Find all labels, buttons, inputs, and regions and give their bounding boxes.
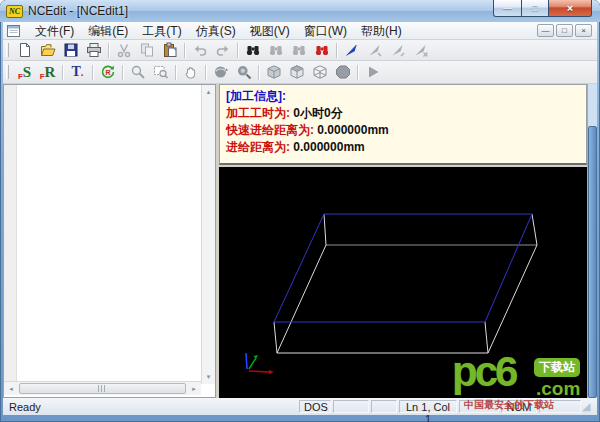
find-in-files-icon bbox=[314, 42, 330, 58]
zoom-window-button[interactable] bbox=[149, 63, 172, 82]
minimize-button[interactable]: — bbox=[493, 0, 522, 17]
status-pane bbox=[371, 400, 397, 413]
mdi-minimize-button[interactable]: — bbox=[537, 24, 554, 37]
view-iso-3-button[interactable] bbox=[308, 63, 331, 82]
menu-tools[interactable]: 工具(T) bbox=[135, 23, 188, 39]
info-value: 0.000000mm bbox=[293, 140, 364, 154]
scrollbar-thumb[interactable] bbox=[588, 126, 597, 398]
minimize-icon: — bbox=[503, 3, 512, 13]
editor-pane: ▴ ▾ ◂ ▸ bbox=[3, 84, 216, 398]
simulate-run-button[interactable] bbox=[361, 63, 384, 82]
view-iso-1-button[interactable] bbox=[262, 63, 285, 82]
simulation-pane: [加工信息]: 加工工时为: 0小时0分 快速进给距离为: 0.000000mm… bbox=[219, 84, 597, 398]
rotate-view-button[interactable] bbox=[209, 63, 232, 82]
view-iso-2-button[interactable] bbox=[285, 63, 308, 82]
scroll-right-icon[interactable]: ▸ bbox=[187, 382, 201, 396]
copy-button[interactable] bbox=[135, 41, 158, 60]
zoom-window-icon bbox=[153, 64, 169, 80]
close-button[interactable]: × bbox=[549, 0, 592, 17]
scrollbar-thumb[interactable] bbox=[19, 383, 186, 394]
menu-help[interactable]: 帮助(H) bbox=[354, 23, 409, 39]
find-button[interactable] bbox=[241, 41, 264, 60]
maximize-button[interactable]: □ bbox=[522, 0, 549, 17]
app-icon: NC bbox=[6, 5, 23, 18]
find-previous-button[interactable] bbox=[287, 41, 310, 60]
menu-simulate[interactable]: 仿真(S) bbox=[189, 23, 243, 39]
toolbar-grip[interactable] bbox=[6, 43, 9, 57]
editor-horizontal-scrollbar[interactable]: ◂ ▸ bbox=[4, 381, 201, 395]
separator bbox=[357, 65, 358, 80]
bookmark-previous-button[interactable] bbox=[386, 41, 409, 60]
separator bbox=[108, 43, 109, 58]
bookmark-next-button[interactable] bbox=[363, 41, 386, 60]
zoom-view-icon bbox=[236, 64, 252, 80]
mdi-close-button[interactable]: × bbox=[575, 24, 592, 37]
feed-speed-button[interactable]: FS bbox=[13, 63, 36, 82]
editor-vertical-scrollbar[interactable]: ▴ ▾ bbox=[201, 85, 215, 384]
print-icon bbox=[86, 42, 102, 58]
rotate-view-icon bbox=[213, 64, 229, 80]
separator bbox=[258, 65, 259, 80]
status-message: Ready bbox=[5, 401, 298, 413]
code-edit-area[interactable] bbox=[18, 85, 201, 382]
status-pane bbox=[539, 400, 581, 413]
info-label: 加工工时为: bbox=[226, 106, 290, 120]
info-title: [加工信息]: bbox=[226, 89, 286, 103]
paste-icon bbox=[162, 42, 178, 58]
new-file-button[interactable] bbox=[13, 41, 36, 60]
tool-setting-button[interactable]: T. bbox=[66, 63, 89, 82]
bookmark-clear-button[interactable] bbox=[409, 41, 432, 60]
simulation-vertical-scrollbar[interactable] bbox=[587, 84, 597, 398]
menu-file[interactable]: 文件(F) bbox=[28, 23, 81, 39]
regenerate-icon: R bbox=[100, 64, 116, 80]
bookmark-clear-icon bbox=[413, 42, 429, 58]
scroll-up-icon[interactable]: ▴ bbox=[202, 85, 215, 99]
info-value: 0.000000mm bbox=[317, 123, 388, 137]
status-pane bbox=[459, 400, 499, 413]
info-label: 进给距离为: bbox=[226, 140, 290, 154]
regenerate-button[interactable]: R bbox=[96, 63, 119, 82]
machining-info-panel: [加工信息]: 加工工时为: 0小时0分 快速进给距离为: 0.000000mm… bbox=[219, 84, 587, 165]
window-title: NCEdit - [NCEdit1] bbox=[28, 4, 128, 18]
menu-bar: 文件(F) 编辑(E) 工具(T) 仿真(S) 视图(V) 窗口(W) 帮助(H… bbox=[3, 22, 597, 40]
toolbar-grip[interactable] bbox=[6, 65, 9, 79]
menu-window[interactable]: 窗口(W) bbox=[297, 23, 354, 39]
find-next-button[interactable] bbox=[264, 41, 287, 60]
new-file-icon bbox=[17, 42, 33, 58]
menu-view[interactable]: 视图(V) bbox=[243, 23, 297, 39]
zoom-button[interactable] bbox=[126, 63, 149, 82]
pan-button[interactable] bbox=[179, 63, 202, 82]
open-file-button[interactable] bbox=[36, 41, 59, 60]
document-icon[interactable] bbox=[7, 25, 22, 37]
viewport-3d[interactable] bbox=[219, 167, 587, 398]
tool-setting-icon: T. bbox=[71, 64, 83, 80]
redo-icon bbox=[215, 42, 231, 58]
feed-rapid-button[interactable]: FR bbox=[36, 63, 59, 82]
title-bar: NC NCEdit - [NCEdit1] — □ × bbox=[0, 0, 600, 22]
mdi-restore-button[interactable]: □ bbox=[556, 24, 573, 37]
status-bar: Ready DOS Ln 1, Col 1 NUM ◢ bbox=[3, 398, 597, 415]
find-in-files-button[interactable] bbox=[310, 41, 333, 60]
menu-edit[interactable]: 编辑(E) bbox=[81, 23, 135, 39]
wireframe-stock-box bbox=[219, 167, 587, 398]
bookmark-toggle-button[interactable] bbox=[340, 41, 363, 60]
undo-button[interactable] bbox=[188, 41, 211, 60]
copy-icon bbox=[139, 42, 155, 58]
scroll-left-icon[interactable]: ◂ bbox=[4, 382, 18, 396]
separator bbox=[175, 65, 176, 80]
redo-button[interactable] bbox=[211, 41, 234, 60]
paste-button[interactable] bbox=[158, 41, 181, 60]
open-folder-icon bbox=[40, 42, 56, 58]
resize-grip[interactable]: ◢ bbox=[582, 400, 595, 413]
separator bbox=[184, 43, 185, 58]
scroll-down-icon[interactable]: ▾ bbox=[202, 370, 215, 384]
print-button[interactable] bbox=[82, 41, 105, 60]
zoom-icon bbox=[130, 64, 146, 80]
save-button[interactable] bbox=[59, 41, 82, 60]
maximize-icon: □ bbox=[532, 3, 537, 13]
separator bbox=[122, 65, 123, 80]
zoom-view-button[interactable] bbox=[232, 63, 255, 82]
cut-button[interactable] bbox=[112, 41, 135, 60]
view-solid-button[interactable] bbox=[331, 63, 354, 82]
play-icon bbox=[365, 64, 381, 80]
